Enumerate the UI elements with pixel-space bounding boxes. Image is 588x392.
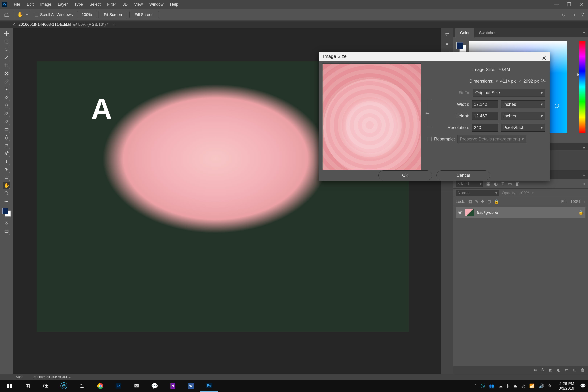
onenote-icon[interactable]: N bbox=[164, 380, 182, 392]
dialog-gear-icon[interactable]: ⚙▾ bbox=[540, 78, 546, 83]
marquee-tool-icon[interactable] bbox=[3, 38, 10, 45]
tray-wifi-icon[interactable]: 📶 bbox=[529, 384, 535, 388]
panel-menu-icon[interactable]: ≡ bbox=[583, 31, 586, 36]
layer-name[interactable]: Background bbox=[477, 210, 498, 215]
crop-tool-icon[interactable] bbox=[3, 62, 10, 69]
rectangle-tool-icon[interactable] bbox=[3, 174, 10, 181]
filter-shape-icon[interactable]: ▭ bbox=[508, 181, 512, 186]
lock-position-icon[interactable]: ✥ bbox=[481, 199, 484, 204]
filter-smart-icon[interactable]: ◧ bbox=[516, 181, 520, 186]
explorer-icon[interactable]: 🗂 bbox=[73, 380, 91, 392]
tray-cc-icon[interactable]: ◎ bbox=[522, 384, 525, 388]
delete-layer-icon[interactable]: 🗑 bbox=[581, 368, 585, 372]
move-tool-icon[interactable] bbox=[3, 30, 10, 37]
healing-brush-tool-icon[interactable] bbox=[3, 86, 10, 93]
word-icon[interactable]: W bbox=[182, 380, 200, 392]
chat-icon[interactable]: 💬 bbox=[146, 380, 163, 392]
tray-bluetooth-icon[interactable]: ᛒ bbox=[507, 384, 509, 388]
status-zoom[interactable]: 50% bbox=[16, 375, 23, 379]
menu-filter[interactable]: Filter bbox=[104, 2, 119, 7]
photoshop-taskbar-icon[interactable]: Ps bbox=[200, 380, 218, 392]
lock-pixels-icon[interactable]: ✎ bbox=[475, 199, 478, 204]
workspace-icon[interactable]: ▭ bbox=[570, 12, 575, 18]
new-layer-icon[interactable]: ⊞ bbox=[573, 368, 576, 372]
menu-image[interactable]: Image bbox=[37, 2, 54, 7]
lasso-tool-icon[interactable] bbox=[3, 46, 10, 53]
menu-3d[interactable]: 3D bbox=[119, 2, 131, 7]
magic-wand-tool-icon[interactable] bbox=[3, 54, 10, 61]
layer-lock-icon[interactable]: 🔒 bbox=[578, 210, 583, 215]
tray-volume-icon[interactable]: 🔊 bbox=[539, 384, 544, 388]
lightroom-icon[interactable]: Lr bbox=[110, 380, 127, 392]
window-restore-icon[interactable]: ❐ bbox=[562, 0, 575, 9]
share-icon[interactable]: ⇪ bbox=[580, 12, 585, 18]
layer-visibility-icon[interactable]: 👁 bbox=[458, 210, 462, 216]
tray-pen-icon[interactable]: ✎ bbox=[548, 384, 552, 388]
menu-help[interactable]: Help bbox=[167, 2, 182, 7]
zoom-tool-icon[interactable] bbox=[3, 190, 10, 197]
layer-filter-kind[interactable]: ⌕ Kind ▾ bbox=[456, 180, 483, 187]
menu-type[interactable]: Type bbox=[71, 2, 86, 7]
layer-mask-icon[interactable]: ◩ bbox=[549, 368, 552, 372]
menu-layer[interactable]: Layer bbox=[55, 2, 71, 7]
eraser-tool-icon[interactable] bbox=[3, 118, 10, 125]
dialog-close-icon[interactable]: ✕ bbox=[542, 55, 546, 62]
type-tool-icon[interactable] bbox=[3, 158, 10, 165]
foreground-background-swatch[interactable] bbox=[2, 208, 11, 217]
hand-tool-icon[interactable]: ✋ bbox=[16, 12, 24, 18]
group-icon[interactable]: 🗀 bbox=[565, 368, 569, 372]
fill-value[interactable]: 100% bbox=[570, 199, 580, 204]
screen-mode-icon[interactable] bbox=[3, 228, 10, 235]
link-layers-icon[interactable]: ⇔ bbox=[534, 368, 537, 372]
fill-screen-button[interactable]: Fill Screen bbox=[130, 11, 159, 18]
blend-mode-select[interactable]: Normal▾ bbox=[456, 190, 499, 196]
tray-skype-icon[interactable]: Ⓢ bbox=[480, 383, 485, 389]
opacity-value[interactable]: 100% bbox=[519, 190, 529, 195]
resolution-unit-select[interactable]: Pixels/Inch▾ bbox=[501, 124, 545, 132]
tab-close-icon[interactable]: × bbox=[113, 22, 115, 27]
height-unit-select[interactable]: Inches▾ bbox=[501, 112, 545, 120]
panel-icon-1[interactable]: ⇄ bbox=[445, 31, 449, 37]
layers-menu-icon[interactable]: ≡ bbox=[583, 172, 586, 177]
frame-tool-icon[interactable] bbox=[3, 70, 10, 77]
search-icon[interactable]: ⌕ bbox=[562, 12, 565, 18]
scroll-all-windows-checkbox[interactable]: Scroll All Windows bbox=[32, 12, 75, 17]
width-input[interactable]: 17.142 bbox=[472, 100, 498, 108]
path-selection-tool-icon[interactable] bbox=[3, 166, 10, 173]
tray-usb-icon[interactable]: ⏏ bbox=[513, 384, 518, 388]
brush-tool-icon[interactable] bbox=[3, 94, 10, 101]
gradient-tool-icon[interactable] bbox=[3, 126, 10, 133]
home-icon[interactable] bbox=[2, 11, 12, 19]
quick-mask-icon[interactable] bbox=[3, 220, 10, 227]
tab-swatches[interactable]: Swatches bbox=[474, 28, 501, 38]
document-tab[interactable]: © 20160519-144608-111-Edit.tif @ 50% (RG… bbox=[12, 21, 120, 28]
edge-icon[interactable]: ⓔ bbox=[55, 380, 72, 392]
adjustment-layer-icon[interactable]: ◐ bbox=[557, 368, 560, 372]
color-picker-cursor[interactable] bbox=[554, 104, 559, 108]
dimensions-caret[interactable]: ▾ bbox=[496, 79, 498, 83]
chrome-icon[interactable] bbox=[92, 380, 109, 392]
menu-edit[interactable]: Edit bbox=[24, 2, 37, 7]
lock-artboard-icon[interactable]: ▢ bbox=[487, 199, 491, 204]
dodge-tool-icon[interactable] bbox=[3, 142, 10, 149]
dialog-preview[interactable] bbox=[322, 64, 421, 170]
menu-view[interactable]: View bbox=[131, 2, 146, 7]
history-brush-tool-icon[interactable] bbox=[3, 110, 10, 117]
edit-toolbar-icon[interactable]: ••• bbox=[3, 198, 10, 205]
hand-tool-icon-2[interactable]: ✋ bbox=[3, 182, 10, 189]
start-button[interactable] bbox=[1, 380, 18, 392]
width-unit-select[interactable]: Inches▾ bbox=[501, 100, 545, 108]
blur-tool-icon[interactable] bbox=[3, 134, 10, 141]
filter-type-icon[interactable]: T bbox=[502, 181, 504, 186]
layer-thumbnail[interactable] bbox=[465, 209, 474, 216]
menu-file[interactable]: File bbox=[10, 2, 24, 7]
tab-color[interactable]: Color bbox=[455, 28, 474, 38]
layer-fx-icon[interactable]: fx bbox=[541, 368, 544, 372]
task-view-icon[interactable]: ⊞ bbox=[19, 380, 36, 392]
pen-tool-icon[interactable] bbox=[3, 150, 10, 157]
height-input[interactable]: 12.467 bbox=[472, 112, 498, 120]
fit-screen-button[interactable]: Fit Screen bbox=[98, 11, 127, 18]
store-icon[interactable]: 🛍 bbox=[37, 380, 54, 392]
status-doc-info[interactable]: Doc: 70.4M/70.4M bbox=[38, 375, 67, 379]
filter-toggle[interactable]: ● bbox=[583, 182, 586, 186]
